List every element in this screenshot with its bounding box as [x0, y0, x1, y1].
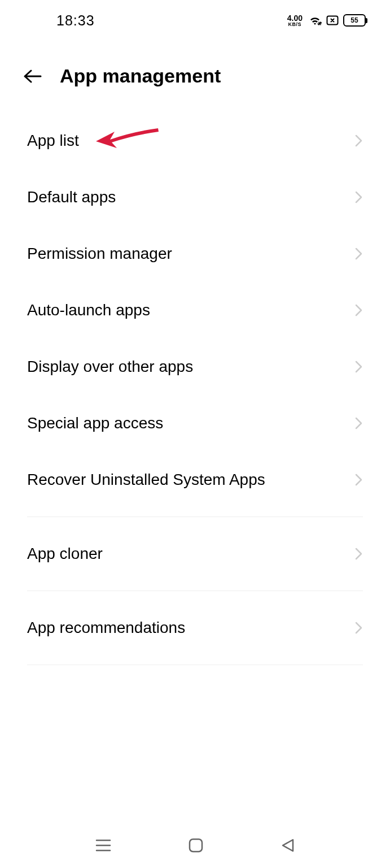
list-item-label: Auto-launch apps	[27, 301, 150, 319]
list-item-app-list[interactable]: App list	[0, 112, 390, 169]
no-sim-icon	[326, 15, 339, 25]
list-item-auto-launch[interactable]: Auto-launch apps	[0, 282, 390, 338]
chevron-right-icon	[355, 303, 363, 317]
status-icons: 4.00 KB/S 55	[287, 14, 367, 27]
list-item-label: Recover Uninstalled System Apps	[27, 471, 265, 489]
list-item-recover-system-apps[interactable]: Recover Uninstalled System Apps	[0, 452, 390, 508]
divider	[27, 665, 363, 665]
chevron-right-icon	[355, 190, 363, 204]
list-item-display-over[interactable]: Display over other apps	[0, 338, 390, 395]
page-title: App management	[60, 65, 221, 87]
home-button[interactable]	[188, 837, 204, 853]
list-item-label: App list	[27, 132, 79, 150]
list-item-label: Special app access	[27, 414, 163, 432]
settings-list: App list Default apps Permission manager…	[0, 101, 390, 665]
list-item-label: App recommendations	[27, 619, 185, 637]
back-nav-button[interactable]	[281, 837, 295, 853]
chevron-right-icon	[355, 247, 363, 261]
list-item-label: Default apps	[27, 188, 116, 206]
divider	[27, 517, 363, 517]
wifi-icon	[308, 15, 322, 26]
list-item-label: App cloner	[27, 545, 103, 563]
list-item-permission-manager[interactable]: Permission manager	[0, 225, 390, 282]
svg-rect-4	[190, 839, 202, 852]
chevron-right-icon	[355, 621, 363, 635]
chevron-right-icon	[355, 360, 363, 374]
chevron-right-icon	[355, 134, 363, 147]
list-item-label: Permission manager	[27, 245, 172, 263]
chevron-right-icon	[355, 416, 363, 430]
back-button[interactable]	[23, 68, 43, 84]
list-item-default-apps[interactable]: Default apps	[0, 169, 390, 225]
battery-icon: 55	[343, 14, 367, 27]
list-item-app-cloner[interactable]: App cloner	[0, 526, 390, 582]
header: App management	[0, 34, 390, 101]
list-item-special-access[interactable]: Special app access	[0, 395, 390, 452]
divider	[27, 591, 363, 591]
list-item-app-recommendations[interactable]: App recommendations	[0, 600, 390, 656]
status-bar: 18:33 4.00 KB/S 55	[0, 0, 390, 34]
data-speed-icon: 4.00 KB/S	[287, 14, 303, 27]
list-item-label: Display over other apps	[27, 358, 193, 376]
navigation-bar	[0, 823, 390, 868]
chevron-right-icon	[355, 473, 363, 487]
recents-button[interactable]	[95, 838, 112, 853]
status-time: 18:33	[23, 12, 95, 29]
chevron-right-icon	[355, 547, 363, 561]
